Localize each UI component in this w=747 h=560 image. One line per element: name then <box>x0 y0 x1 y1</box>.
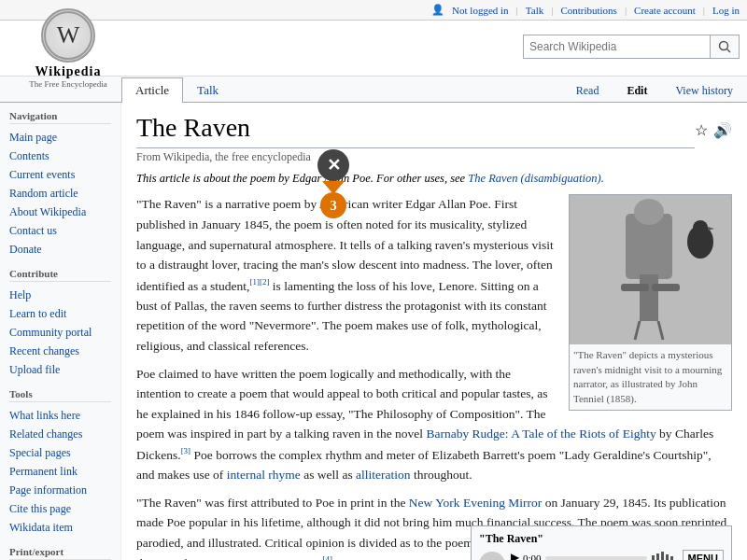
svg-line-3 <box>727 49 731 52</box>
audio-progress-bar[interactable] <box>545 556 647 560</box>
sidebar-item-what-links-here[interactable]: What links here <box>9 406 111 425</box>
header-right <box>129 35 740 63</box>
svg-point-15 <box>483 555 501 560</box>
title-icons: ☆ 🔊 <box>695 121 732 139</box>
ref-1-2: [1][2] <box>249 277 269 287</box>
create-account-link[interactable]: Create account <box>634 5 696 16</box>
italic-notice: This article is about the poem by Edgar … <box>136 170 732 188</box>
tab-talk[interactable]: Talk <box>183 77 233 103</box>
sidebar-item-community-portal[interactable]: Community portal <box>9 323 111 342</box>
volume-icon <box>651 552 679 560</box>
sidebar-item-related-changes[interactable]: Related changes <box>9 425 111 443</box>
page-title: The Raven <box>136 112 695 148</box>
sidebar-item-learn-to-edit[interactable]: Learn to edit <box>9 304 111 323</box>
alliteration-link[interactable]: alliteration <box>356 468 410 482</box>
sidebar-item-recent-changes[interactable]: Recent changes <box>9 342 111 360</box>
sidebar-navigation: Navigation Main page Contents Current ev… <box>9 110 111 259</box>
sidebar-item-special-pages[interactable]: Special pages <box>9 443 111 462</box>
sidebar-item-page-information[interactable]: Page information <box>9 481 111 499</box>
sidebar-item-current-events[interactable]: Current events <box>9 165 111 184</box>
search-button[interactable] <box>710 35 740 59</box>
tab-view-history[interactable]: View history <box>661 78 747 103</box>
svg-point-13 <box>693 220 708 235</box>
not-logged-in-link[interactable]: Not logged in <box>452 5 509 16</box>
user-icon: 👤 <box>431 4 444 16</box>
close-icon: ✕ <box>327 155 341 175</box>
sidebar: Navigation Main page Contents Current ev… <box>0 103 121 560</box>
svg-rect-19 <box>661 552 664 560</box>
audio-title: "The Raven" <box>479 532 724 546</box>
article-image-float: "The Raven" depicts a mysterious raven's… <box>569 194 732 411</box>
ref-4: [4] <box>322 554 332 560</box>
tooltip-badge: 3 <box>320 192 346 218</box>
tooltip-close-button[interactable]: ✕ <box>317 149 349 181</box>
play-button[interactable]: ▶ <box>511 551 519 560</box>
tab-article[interactable]: Article <box>121 77 183 103</box>
audio-controls: ▶ 0:00 MENU Audio 7min 12s <box>479 550 724 560</box>
sidebar-item-permanent-link[interactable]: Permanent link <box>9 462 111 481</box>
sidebar-item-help[interactable]: Help <box>9 286 111 304</box>
disambiguation-link[interactable]: The Raven (disambiguation) <box>468 172 600 185</box>
raven-svg <box>570 195 731 344</box>
tab-read[interactable]: Read <box>562 78 613 103</box>
sidebar-item-donate[interactable]: Donate <box>9 240 111 259</box>
search-bar <box>129 35 740 59</box>
sidebar-item-wikidata-item[interactable]: Wikidata item <box>9 518 111 537</box>
sidebar-item-contents[interactable]: Contents <box>9 147 111 165</box>
logo-subtext: The Free Encyclopedia <box>29 79 106 89</box>
sidebar-contribute-title: Contribute <box>9 268 111 282</box>
audio-box: "The Raven" ▶ 0:00 <box>471 525 732 560</box>
tooltip-overlay: ✕ 3 <box>317 149 349 218</box>
content-area: ✕ 3 The Raven ☆ 🔊 From Wikipedia, the fr… <box>121 103 747 560</box>
audio-waveform-icon <box>479 552 505 560</box>
svg-rect-20 <box>666 554 669 560</box>
audio-time: 0:00 <box>523 553 542 560</box>
audio-progress-area: ▶ 0:00 MENU Audio 7min 12s <box>511 550 724 560</box>
contributions-link[interactable]: Contributions <box>560 5 617 16</box>
svg-rect-9 <box>652 284 680 291</box>
sidebar-item-main-page[interactable]: Main page <box>9 128 111 147</box>
search-icon <box>718 40 731 53</box>
log-in-link[interactable]: Log in <box>712 5 740 16</box>
star-icon[interactable]: ☆ <box>695 121 708 139</box>
sidebar-item-about-wikipedia[interactable]: About Wikipedia <box>9 203 111 221</box>
svg-rect-18 <box>656 553 659 560</box>
audio-menu-button[interactable]: MENU <box>683 550 724 560</box>
sidebar-item-cite-this-page[interactable]: Cite this page <box>9 499 111 518</box>
internal-rhyme-link[interactable]: internal rhyme <box>227 468 301 482</box>
svg-rect-21 <box>670 556 673 560</box>
image-caption: "The Raven" depicts a mysterious raven's… <box>570 344 731 410</box>
sidebar-tools-title: Tools <box>9 388 111 402</box>
sidebar-item-contact-us[interactable]: Contact us <box>9 221 111 240</box>
svg-rect-7 <box>640 274 658 321</box>
sidebar-navigation-title: Navigation <box>9 110 111 124</box>
ny-evening-mirror-link[interactable]: New York Evening Mirror <box>409 496 543 510</box>
sidebar-item-random-article[interactable]: Random article <box>9 184 111 203</box>
logo-area: W Wikipedia The Free Encyclopedia <box>7 8 129 89</box>
sidebar-contribute: Contribute Help Learn to edit Community … <box>9 268 111 379</box>
svg-point-6 <box>634 199 664 225</box>
speaker-icon[interactable]: 🔊 <box>713 121 732 139</box>
from-wiki-text: From Wikipedia, the free encyclopedia <box>136 150 732 164</box>
wikipedia-wordmark: Wikipedia <box>35 64 102 79</box>
svg-point-2 <box>720 41 728 49</box>
svg-rect-8 <box>621 284 649 291</box>
sidebar-print: Print/export Download as PDF Printable v… <box>9 546 111 560</box>
ref-3: [3] <box>181 446 191 455</box>
tab-edit[interactable]: Edit <box>613 78 661 103</box>
header: W Wikipedia The Free Encyclopedia <box>0 21 747 77</box>
talk-link[interactable]: Talk <box>526 5 543 16</box>
search-input[interactable] <box>523 35 710 59</box>
tabs-right: Read Edit View history <box>562 77 747 102</box>
sidebar-tools: Tools What links here Related changes Sp… <box>9 388 111 537</box>
main-layout: Navigation Main page Contents Current ev… <box>0 103 747 560</box>
wikipedia-logo-svg: W <box>44 11 92 60</box>
svg-rect-17 <box>652 555 655 560</box>
audio-play-icon <box>482 554 502 560</box>
sidebar-print-title: Print/export <box>9 546 111 560</box>
barnaby-rudge-link[interactable]: Barnaby Rudge: A Tale of the Riots of Ei… <box>426 427 655 441</box>
raven-illustration <box>570 195 731 344</box>
sidebar-item-upload-file[interactable]: Upload file <box>9 360 111 379</box>
logo-image: W <box>41 8 95 63</box>
svg-text:W: W <box>57 21 80 49</box>
